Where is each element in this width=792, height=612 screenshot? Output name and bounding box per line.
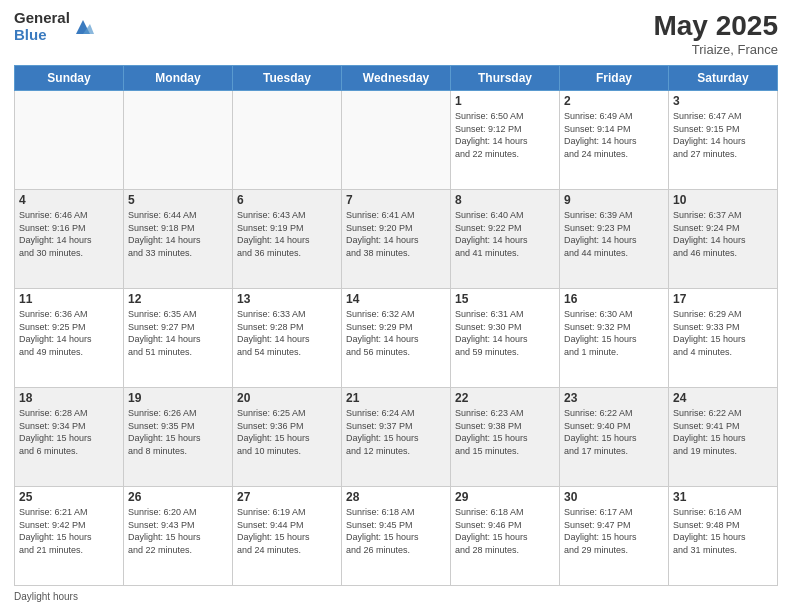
day-detail: Sunrise: 6:36 AM Sunset: 9:25 PM Dayligh… <box>19 308 119 358</box>
day-number: 18 <box>19 391 119 405</box>
day-number: 17 <box>673 292 773 306</box>
day-number: 30 <box>564 490 664 504</box>
month-title: May 2025 <box>653 10 778 42</box>
footer: Daylight hours <box>14 591 778 602</box>
week-row-4: 18Sunrise: 6:28 AM Sunset: 9:34 PM Dayli… <box>15 388 778 487</box>
calendar-cell: 4Sunrise: 6:46 AM Sunset: 9:16 PM Daylig… <box>15 190 124 289</box>
day-number: 8 <box>455 193 555 207</box>
day-number: 1 <box>455 94 555 108</box>
day-number: 27 <box>237 490 337 504</box>
day-detail: Sunrise: 6:19 AM Sunset: 9:44 PM Dayligh… <box>237 506 337 556</box>
calendar-cell: 25Sunrise: 6:21 AM Sunset: 9:42 PM Dayli… <box>15 487 124 586</box>
day-number: 22 <box>455 391 555 405</box>
calendar-cell: 8Sunrise: 6:40 AM Sunset: 9:22 PM Daylig… <box>451 190 560 289</box>
calendar-cell: 7Sunrise: 6:41 AM Sunset: 9:20 PM Daylig… <box>342 190 451 289</box>
day-number: 28 <box>346 490 446 504</box>
calendar-cell: 13Sunrise: 6:33 AM Sunset: 9:28 PM Dayli… <box>233 289 342 388</box>
footer-text: Daylight hours <box>14 591 78 602</box>
calendar-cell: 1Sunrise: 6:50 AM Sunset: 9:12 PM Daylig… <box>451 91 560 190</box>
day-number: 13 <box>237 292 337 306</box>
day-number: 19 <box>128 391 228 405</box>
day-detail: Sunrise: 6:29 AM Sunset: 9:33 PM Dayligh… <box>673 308 773 358</box>
day-detail: Sunrise: 6:37 AM Sunset: 9:24 PM Dayligh… <box>673 209 773 259</box>
day-detail: Sunrise: 6:21 AM Sunset: 9:42 PM Dayligh… <box>19 506 119 556</box>
day-detail: Sunrise: 6:30 AM Sunset: 9:32 PM Dayligh… <box>564 308 664 358</box>
day-detail: Sunrise: 6:35 AM Sunset: 9:27 PM Dayligh… <box>128 308 228 358</box>
day-number: 14 <box>346 292 446 306</box>
calendar-cell <box>342 91 451 190</box>
day-detail: Sunrise: 6:28 AM Sunset: 9:34 PM Dayligh… <box>19 407 119 457</box>
day-detail: Sunrise: 6:26 AM Sunset: 9:35 PM Dayligh… <box>128 407 228 457</box>
calendar-cell: 18Sunrise: 6:28 AM Sunset: 9:34 PM Dayli… <box>15 388 124 487</box>
day-detail: Sunrise: 6:50 AM Sunset: 9:12 PM Dayligh… <box>455 110 555 160</box>
calendar-cell: 10Sunrise: 6:37 AM Sunset: 9:24 PM Dayli… <box>669 190 778 289</box>
calendar-cell: 5Sunrise: 6:44 AM Sunset: 9:18 PM Daylig… <box>124 190 233 289</box>
calendar-cell: 29Sunrise: 6:18 AM Sunset: 9:46 PM Dayli… <box>451 487 560 586</box>
day-detail: Sunrise: 6:23 AM Sunset: 9:38 PM Dayligh… <box>455 407 555 457</box>
day-detail: Sunrise: 6:18 AM Sunset: 9:45 PM Dayligh… <box>346 506 446 556</box>
col-header-monday: Monday <box>124 66 233 91</box>
calendar-cell <box>233 91 342 190</box>
calendar-cell: 27Sunrise: 6:19 AM Sunset: 9:44 PM Dayli… <box>233 487 342 586</box>
day-detail: Sunrise: 6:25 AM Sunset: 9:36 PM Dayligh… <box>237 407 337 457</box>
calendar-cell: 3Sunrise: 6:47 AM Sunset: 9:15 PM Daylig… <box>669 91 778 190</box>
logo-text: General Blue <box>14 10 70 43</box>
col-header-thursday: Thursday <box>451 66 560 91</box>
calendar-cell: 30Sunrise: 6:17 AM Sunset: 9:47 PM Dayli… <box>560 487 669 586</box>
day-number: 23 <box>564 391 664 405</box>
day-detail: Sunrise: 6:24 AM Sunset: 9:37 PM Dayligh… <box>346 407 446 457</box>
day-detail: Sunrise: 6:18 AM Sunset: 9:46 PM Dayligh… <box>455 506 555 556</box>
day-detail: Sunrise: 6:17 AM Sunset: 9:47 PM Dayligh… <box>564 506 664 556</box>
day-number: 5 <box>128 193 228 207</box>
day-number: 26 <box>128 490 228 504</box>
calendar-table: SundayMondayTuesdayWednesdayThursdayFrid… <box>14 65 778 586</box>
col-header-sunday: Sunday <box>15 66 124 91</box>
week-row-5: 25Sunrise: 6:21 AM Sunset: 9:42 PM Dayli… <box>15 487 778 586</box>
day-number: 29 <box>455 490 555 504</box>
page: General Blue May 2025 Triaize, France Su… <box>0 0 792 612</box>
col-header-friday: Friday <box>560 66 669 91</box>
day-detail: Sunrise: 6:46 AM Sunset: 9:16 PM Dayligh… <box>19 209 119 259</box>
day-number: 20 <box>237 391 337 405</box>
day-detail: Sunrise: 6:44 AM Sunset: 9:18 PM Dayligh… <box>128 209 228 259</box>
day-number: 12 <box>128 292 228 306</box>
calendar-cell: 22Sunrise: 6:23 AM Sunset: 9:38 PM Dayli… <box>451 388 560 487</box>
calendar-cell: 21Sunrise: 6:24 AM Sunset: 9:37 PM Dayli… <box>342 388 451 487</box>
day-number: 15 <box>455 292 555 306</box>
day-detail: Sunrise: 6:43 AM Sunset: 9:19 PM Dayligh… <box>237 209 337 259</box>
header-row: SundayMondayTuesdayWednesdayThursdayFrid… <box>15 66 778 91</box>
day-number: 4 <box>19 193 119 207</box>
logo-general: General <box>14 10 70 27</box>
header: General Blue May 2025 Triaize, France <box>14 10 778 57</box>
col-header-tuesday: Tuesday <box>233 66 342 91</box>
subtitle: Triaize, France <box>653 42 778 57</box>
day-number: 6 <box>237 193 337 207</box>
calendar-cell: 28Sunrise: 6:18 AM Sunset: 9:45 PM Dayli… <box>342 487 451 586</box>
day-detail: Sunrise: 6:22 AM Sunset: 9:40 PM Dayligh… <box>564 407 664 457</box>
day-detail: Sunrise: 6:47 AM Sunset: 9:15 PM Dayligh… <box>673 110 773 160</box>
calendar-cell: 23Sunrise: 6:22 AM Sunset: 9:40 PM Dayli… <box>560 388 669 487</box>
calendar-cell: 16Sunrise: 6:30 AM Sunset: 9:32 PM Dayli… <box>560 289 669 388</box>
day-detail: Sunrise: 6:31 AM Sunset: 9:30 PM Dayligh… <box>455 308 555 358</box>
col-header-wednesday: Wednesday <box>342 66 451 91</box>
calendar-cell: 11Sunrise: 6:36 AM Sunset: 9:25 PM Dayli… <box>15 289 124 388</box>
day-detail: Sunrise: 6:39 AM Sunset: 9:23 PM Dayligh… <box>564 209 664 259</box>
day-number: 11 <box>19 292 119 306</box>
day-detail: Sunrise: 6:41 AM Sunset: 9:20 PM Dayligh… <box>346 209 446 259</box>
day-detail: Sunrise: 6:49 AM Sunset: 9:14 PM Dayligh… <box>564 110 664 160</box>
week-row-1: 1Sunrise: 6:50 AM Sunset: 9:12 PM Daylig… <box>15 91 778 190</box>
day-number: 2 <box>564 94 664 108</box>
day-number: 16 <box>564 292 664 306</box>
calendar-cell: 14Sunrise: 6:32 AM Sunset: 9:29 PM Dayli… <box>342 289 451 388</box>
calendar-cell: 26Sunrise: 6:20 AM Sunset: 9:43 PM Dayli… <box>124 487 233 586</box>
day-number: 25 <box>19 490 119 504</box>
logo-icon <box>72 16 94 38</box>
day-number: 31 <box>673 490 773 504</box>
title-block: May 2025 Triaize, France <box>653 10 778 57</box>
day-detail: Sunrise: 6:33 AM Sunset: 9:28 PM Dayligh… <box>237 308 337 358</box>
day-detail: Sunrise: 6:32 AM Sunset: 9:29 PM Dayligh… <box>346 308 446 358</box>
col-header-saturday: Saturday <box>669 66 778 91</box>
calendar-cell: 20Sunrise: 6:25 AM Sunset: 9:36 PM Dayli… <box>233 388 342 487</box>
calendar-cell <box>15 91 124 190</box>
day-number: 24 <box>673 391 773 405</box>
